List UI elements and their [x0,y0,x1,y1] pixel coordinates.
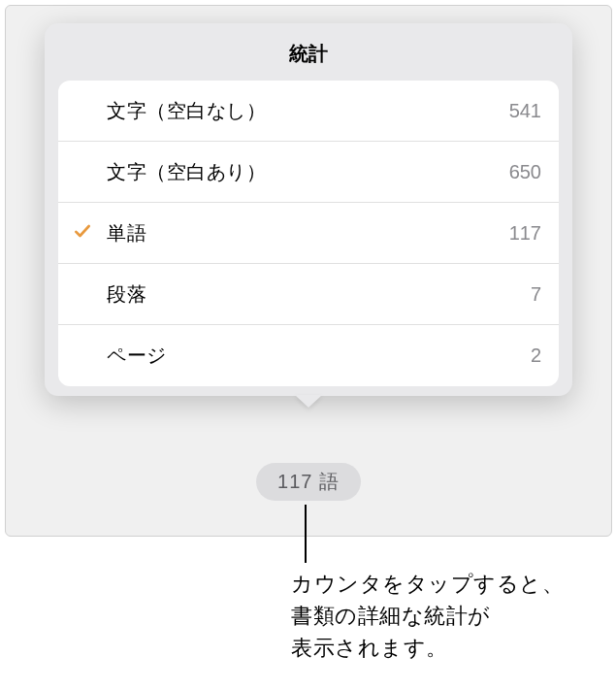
word-counter-button[interactable]: 117 語 [256,463,361,501]
stat-value: 541 [509,100,541,122]
stat-row-chars-no-spaces[interactable]: 文字（空白なし） 541 [58,81,559,142]
stat-value: 117 [509,222,541,245]
stat-row-words[interactable]: 単語 117 [58,203,559,264]
stat-label: 文字（空白あり） [107,159,509,185]
callout-line [305,505,307,563]
stat-value: 2 [531,344,541,367]
callout-line-3: 表示されます。 [291,632,564,664]
stat-value: 650 [509,161,541,183]
statistics-popover: 統計 文字（空白なし） 541 文字（空白あり） 650 [45,23,572,396]
popover-title: 統計 [45,23,572,81]
callout-line-1: カウンタをタップすると、 [291,568,564,600]
checkmark-icon [73,221,92,245]
app-window: 統計 文字（空白なし） 541 文字（空白あり） 650 [5,5,612,537]
stat-label: 文字（空白なし） [107,98,509,124]
stat-row-pages[interactable]: ページ 2 [58,325,559,386]
stat-label: ページ [107,343,531,369]
stat-row-chars-with-spaces[interactable]: 文字（空白あり） 650 [58,142,559,203]
callout-line-2: 書類の詳細な統計が [291,600,564,632]
stat-row-paragraphs[interactable]: 段落 7 [58,264,559,325]
popover-arrow-icon [295,395,322,408]
stat-label: 段落 [107,281,531,308]
stat-label: 単語 [107,220,509,246]
check-cell [58,221,107,245]
statistics-list: 文字（空白なし） 541 文字（空白あり） 650 単語 117 [58,81,559,386]
callout-text: カウンタをタップすると、 書類の詳細な統計が 表示されます。 [291,568,564,664]
stat-value: 7 [531,283,541,306]
